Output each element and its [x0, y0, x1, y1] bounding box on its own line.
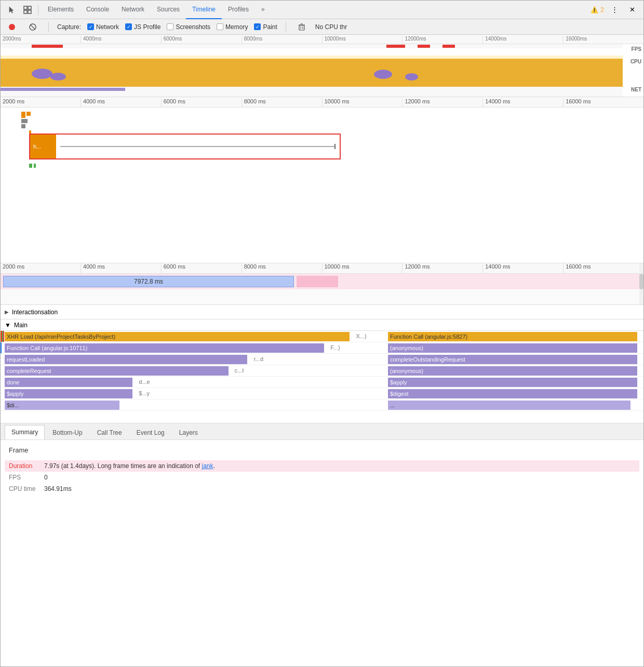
v-scrollbar-thumb[interactable] [639, 274, 643, 289]
selection-duration-label: 7972.8 ms [134, 278, 163, 285]
flame-row-4[interactable]: done d...e $apply [1, 377, 643, 388]
tab-event-log[interactable]: Event Log [130, 425, 171, 439]
cpu-throttle-label: No CPU thr [315, 23, 347, 31]
flame-block-fc2[interactable]: Function Call (angular.js:10711) [5, 343, 324, 353]
flame-row-0[interactable]: XHR Load (/api/minProjectTasksByProject)… [1, 331, 643, 342]
flame-block-done[interactable]: done [5, 378, 132, 387]
flame-block-apply[interactable]: $apply [388, 378, 637, 387]
record-button[interactable] [5, 20, 19, 34]
summary-row-fps: FPS 0 [9, 472, 635, 483]
flame-row-1[interactable]: Function Call (angular.js:10711) F...) (… [1, 342, 643, 354]
flame-block-reqloaded[interactable]: requestLoaded [5, 355, 247, 364]
flame-truncated-0: X...) [356, 333, 367, 339]
warning-badge[interactable]: ⚠️ 2 [591, 6, 604, 14]
svg-rect-0 [24, 6, 27, 9]
summary-row-duration: Duration 7.97s (at 1.4days). Long frame … [5, 460, 639, 472]
flame-block-anon2[interactable]: (anonymous) [388, 366, 637, 376]
green-mark-1 [29, 164, 32, 168]
cpu-fill [1, 59, 623, 87]
main-section-label: Main [14, 322, 28, 329]
tab-more[interactable]: » [255, 1, 271, 19]
tab-layers[interactable]: Layers [172, 425, 205, 439]
flame-row-5[interactable]: $apply $...y $digest [1, 388, 643, 399]
flame-block-sdi[interactable]: $di... [5, 401, 119, 410]
frame-label: h... [30, 135, 56, 158]
flame-block-completereq2[interactable]: completeOutstandingRequest [388, 355, 637, 364]
clear-button[interactable] [25, 20, 40, 34]
mini-block-3 [21, 119, 28, 123]
jsprofile-checkbox[interactable] [125, 23, 132, 30]
flame-rows: XHR Load (/api/minProjectTasksByProject)… [1, 331, 643, 411]
tick-1: 4000ms [81, 36, 161, 44]
jsprofile-label: JS Profile [134, 23, 160, 31]
inspect-button[interactable] [20, 3, 35, 17]
v-scrollbar[interactable] [639, 263, 643, 304]
main-tick-1: 4000 ms [81, 98, 161, 107]
selection-end-marker [297, 276, 338, 287]
flame-section-header[interactable]: ▼ Main [1, 319, 643, 331]
frames-area[interactable]: h... [1, 108, 643, 222]
devtools-window: Elements Console Network Sources Timelin… [0, 0, 644, 667]
scroll-tick-0: 2000 ms [1, 263, 81, 273]
main-expand-icon[interactable]: ▼ [5, 322, 11, 329]
tab-console[interactable]: Console [80, 1, 115, 19]
capture-bar: Capture: Network JS Profile Screenshots … [1, 19, 643, 35]
flame-row-2[interactable]: requestLoaded r...d completeOutstandingR… [1, 354, 643, 365]
main-tick-2: 6000 ms [161, 98, 242, 107]
cursor-tool-button[interactable] [5, 3, 19, 17]
capture-paint[interactable]: Paint [254, 23, 277, 31]
timeline-scrollbar[interactable]: 2000 ms 4000 ms 6000 ms 8000 ms 10000 ms… [1, 263, 643, 305]
tab-bottom-up[interactable]: Bottom-Up [46, 425, 89, 439]
tab-network[interactable]: Network [115, 1, 151, 19]
flame-block-sdigest[interactable]: $digest [388, 389, 637, 398]
capture-js-profile[interactable]: JS Profile [125, 23, 160, 31]
flame-block-completereq[interactable]: completeRequest [5, 366, 229, 376]
separator [38, 5, 38, 15]
interactions-section[interactable]: ▶ Interactionsation [1, 305, 643, 319]
flame-block-more[interactable]: ... [388, 401, 630, 410]
tick-0: 2000ms [1, 36, 81, 44]
timeline-overview[interactable]: 2000ms 4000ms 6000ms 8000ms 10000ms 1200… [1, 35, 643, 97]
scroll-tick-5: 12000 ms [402, 263, 482, 273]
top-toolbar: Elements Console Network Sources Timelin… [1, 1, 643, 19]
jank-link[interactable]: jank [202, 462, 213, 470]
timeline-main[interactable]: 2000 ms 4000 ms 6000 ms 8000 ms 10000 ms… [1, 97, 643, 263]
tab-sources[interactable]: Sources [151, 1, 186, 19]
svg-point-4 [9, 24, 15, 30]
paint-label: Paint [263, 23, 277, 31]
flame-row-3[interactable]: completeRequest c...t (anonymous) [1, 365, 643, 377]
tab-call-tree[interactable]: Call Tree [90, 425, 129, 439]
main-tick-4: 10000 ms [322, 98, 403, 107]
tab-profiles[interactable]: Profiles [222, 1, 255, 19]
frame-bar-handle [334, 144, 336, 149]
capture-network[interactable]: Network [87, 23, 119, 31]
tick-7: 16000ms [563, 36, 643, 44]
screenshots-checkbox[interactable] [167, 23, 173, 30]
flame-block-sapply[interactable]: $apply [5, 389, 132, 398]
network-checkbox[interactable] [87, 23, 94, 30]
tab-timeline[interactable]: Timeline [186, 1, 222, 19]
flame-row-6[interactable]: $di... ... [1, 399, 643, 411]
paint-checkbox[interactable] [254, 23, 261, 30]
memory-checkbox[interactable] [217, 23, 223, 30]
capture-memory[interactable]: Memory [217, 23, 248, 31]
overview-ruler: 2000ms 4000ms 6000ms 8000ms 10000ms 1200… [1, 35, 643, 44]
flame-block-xhr[interactable]: XHR Load (/api/minProjectTasksByProject) [5, 332, 350, 341]
tab-elements[interactable]: Elements [42, 1, 80, 19]
more-options-button[interactable]: ⋮ [607, 3, 622, 17]
selection-bar[interactable]: 7972.8 ms [3, 276, 294, 287]
overview-tracks: FPS CPU NET [1, 44, 643, 97]
flame-block-anon1[interactable]: (anonymous) [388, 343, 637, 353]
main-tick-3: 8000 ms [242, 98, 322, 107]
trash-button[interactable] [294, 20, 309, 34]
selection-bar-area[interactable]: 7972.8 ms [1, 274, 643, 289]
flame-block-fc1[interactable]: Function Call (angular.js:5827) [388, 332, 637, 341]
capture-screenshots[interactable]: Screenshots [167, 23, 210, 31]
interactions-expand-icon[interactable]: ▶ [5, 309, 9, 315]
tick-4: 10000ms [322, 36, 403, 44]
close-button[interactable]: ✕ [625, 3, 639, 17]
tab-summary[interactable]: Summary [5, 425, 45, 439]
duration-text: 7.97s (at 1.4days). Long frame times are… [44, 462, 202, 470]
fps-value: 0 [44, 474, 48, 481]
frame-highlight-box[interactable]: h... [29, 134, 341, 159]
